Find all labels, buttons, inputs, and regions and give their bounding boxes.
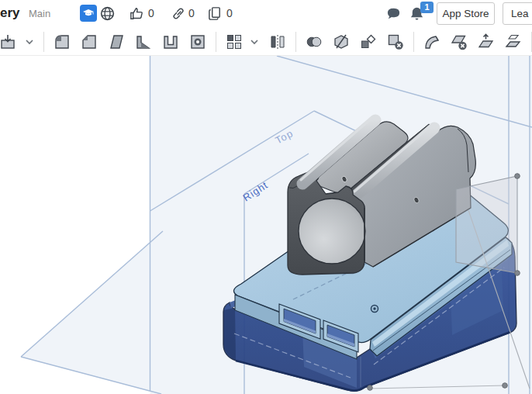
draft-icon[interactable] (107, 33, 126, 51)
link-icon[interactable] (171, 5, 187, 22)
replace-face-icon[interactable] (504, 33, 523, 51)
delete-part-icon[interactable] (386, 33, 405, 51)
graduation-cap-icon (82, 7, 95, 19)
hole-icon[interactable] (188, 33, 207, 51)
delete-face-icon[interactable] (450, 33, 468, 51)
boolean-icon[interactable] (305, 33, 323, 51)
chamfer-icon[interactable] (80, 33, 98, 51)
education-badge-icon[interactable] (80, 5, 97, 22)
toolbar-divider (216, 32, 216, 52)
workspace-label[interactable]: Main (29, 8, 50, 19)
toolbar-divider (295, 32, 296, 52)
insert-icon[interactable] (0, 33, 19, 51)
rib-icon[interactable] (134, 33, 153, 51)
graphics-viewport[interactable]: Top Right (0, 56, 532, 394)
link-count: 0 (188, 7, 195, 19)
top-bar: ery Main 0 0 0 1 App Store Lea (0, 0, 532, 28)
like-count: 0 (148, 7, 154, 19)
plane-handle-dot[interactable] (368, 385, 373, 391)
linear-pattern-icon[interactable] (225, 33, 244, 51)
fillet-icon[interactable] (53, 33, 71, 51)
toolbar-divider (413, 32, 414, 52)
datum-plane-face[interactable] (456, 176, 517, 273)
app-store-button[interactable]: App Store (437, 2, 495, 25)
scene-svg: Top Right (0, 56, 532, 394)
comment-icon[interactable] (385, 5, 402, 22)
modify-fillet-icon[interactable] (423, 33, 441, 51)
shell-icon[interactable] (161, 33, 180, 51)
split-icon[interactable] (332, 33, 351, 51)
notification-count-badge[interactable]: 1 (420, 2, 434, 13)
plane-handle-dot[interactable] (515, 174, 520, 179)
right-plane-corner-fill[interactable] (21, 243, 150, 392)
lid-screw-hole[interactable] (371, 306, 378, 313)
plane-handle-dot[interactable] (515, 271, 520, 276)
move-face-icon[interactable] (477, 33, 496, 51)
learning-center-button[interactable]: Lea (503, 2, 532, 25)
plane-handle-dot[interactable] (503, 383, 508, 389)
public-globe-icon[interactable] (99, 5, 116, 22)
feature-toolbar (0, 28, 532, 56)
chevron-down-icon[interactable] (249, 36, 260, 47)
mirror-icon[interactable] (268, 33, 287, 51)
copy-count: 0 (226, 7, 233, 19)
transform-icon[interactable] (359, 33, 378, 51)
like-icon[interactable] (129, 5, 145, 22)
chevron-down-icon[interactable] (24, 36, 35, 47)
copies-icon[interactable] (207, 5, 223, 22)
document-title[interactable]: ery (0, 5, 20, 21)
toolbar-divider (43, 32, 44, 52)
